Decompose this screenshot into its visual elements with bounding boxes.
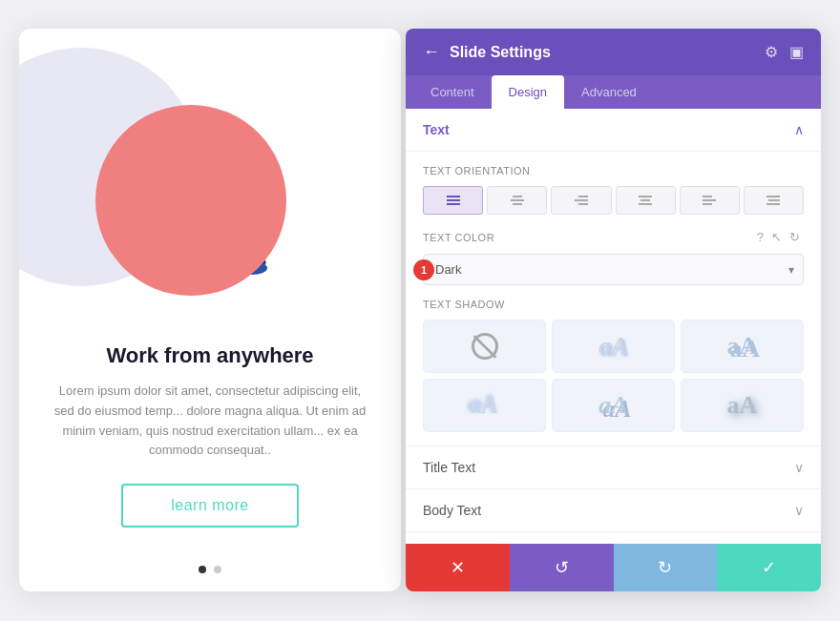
tabs-bar: Content Design Advanced (406, 75, 821, 109)
orient-btn-6[interactable] (744, 186, 804, 215)
badge-1: 1 (413, 259, 434, 280)
app-container: Work from anywhere Lorem ipsum dolor sit… (0, 0, 840, 621)
title-text-label: Title Text (423, 460, 475, 475)
no-symbol-icon (472, 333, 498, 360)
save-button[interactable]: ✓ (717, 544, 821, 591)
text-color-select[interactable]: Dark Light Custom (423, 254, 804, 285)
text-color-label: Text Color (423, 232, 753, 243)
redo-button[interactable]: ↻ (614, 544, 718, 591)
settings-header: ← Slide Settings ⚙ ▣ (406, 29, 821, 75)
reset-icon[interactable]: ↻ (789, 230, 800, 244)
shadow-grid: aA aA aA aA aA (423, 320, 804, 432)
back-arrow-icon[interactable]: ← (423, 42, 440, 62)
header-icons: ⚙ ▣ (765, 43, 804, 61)
orient-btn-1[interactable] (423, 186, 483, 215)
action-bar: ✕ ↺ ↻ ✓ (406, 544, 821, 591)
text-section-content: Text Orientation (406, 152, 821, 446)
dot-1 (199, 566, 206, 573)
orient-btn-4[interactable] (616, 186, 676, 215)
shadow-btn-3[interactable]: aA (423, 379, 546, 432)
settings-body: Text ∧ Text Orientation (406, 109, 821, 544)
preview-panel: Work from anywhere Lorem ipsum dolor sit… (19, 29, 401, 591)
body-text-section[interactable]: Body Text ∨ (406, 489, 821, 532)
tab-advanced[interactable]: Advanced (564, 75, 654, 109)
orient-btn-2[interactable] (487, 186, 547, 215)
dot-2 (214, 566, 221, 573)
layout-icon[interactable]: ▣ (789, 43, 804, 61)
body-text-label: Body Text (423, 503, 481, 518)
shadow-btn-5[interactable]: aA (681, 379, 804, 432)
bg-circle-red (95, 105, 286, 296)
preview-illustration-area (19, 29, 401, 324)
text-shadow-label: Text Shadow (423, 299, 804, 310)
orientation-grid (423, 186, 804, 215)
title-text-chevron-down: ∨ (794, 460, 804, 475)
title-text-section[interactable]: Title Text ∨ (406, 446, 821, 489)
preview-pagination (199, 566, 221, 573)
preview-learn-more-button[interactable]: learn more (121, 484, 298, 528)
shadow-btn-2[interactable]: aA (681, 320, 804, 373)
text-section-header[interactable]: Text ∧ (406, 109, 821, 152)
orient-btn-3[interactable] (551, 186, 611, 215)
text-section-chevron-up: ∧ (794, 122, 804, 137)
shadow-btn-4[interactable]: aA (552, 379, 675, 432)
shadow-btn-1[interactable]: aA (552, 320, 675, 373)
cursor-icon[interactable]: ↖ (771, 230, 782, 244)
settings-gear-icon[interactable]: ⚙ (765, 43, 778, 61)
tab-design[interactable]: Design (492, 75, 564, 109)
text-color-row: Text Color ? ↖ ↻ (423, 230, 804, 244)
reset-button[interactable]: ↺ (510, 544, 614, 591)
text-color-select-wrapper: 1 Dark Light Custom ▾ (423, 254, 804, 285)
body-text-chevron-down: ∨ (794, 503, 804, 518)
help-icon[interactable]: ? (757, 230, 764, 244)
settings-panel: ← Slide Settings ⚙ ▣ Content Design Adva… (406, 29, 821, 591)
text-section-title: Text (423, 122, 450, 137)
settings-title: Slide Settings (450, 44, 755, 61)
shadow-none-btn[interactable] (423, 320, 546, 373)
preview-title: Work from anywhere (48, 343, 372, 368)
preview-body-text: Lorem ipsum dolor sit amet, consectetur … (48, 382, 372, 461)
orient-btn-5[interactable] (680, 186, 740, 215)
cancel-button[interactable]: ✕ (406, 544, 510, 591)
text-orientation-label: Text Orientation (423, 165, 804, 176)
tab-content[interactable]: Content (413, 75, 492, 109)
preview-content: Work from anywhere Lorem ipsum dolor sit… (19, 324, 401, 547)
button-section[interactable]: Button ∨ (406, 532, 821, 544)
